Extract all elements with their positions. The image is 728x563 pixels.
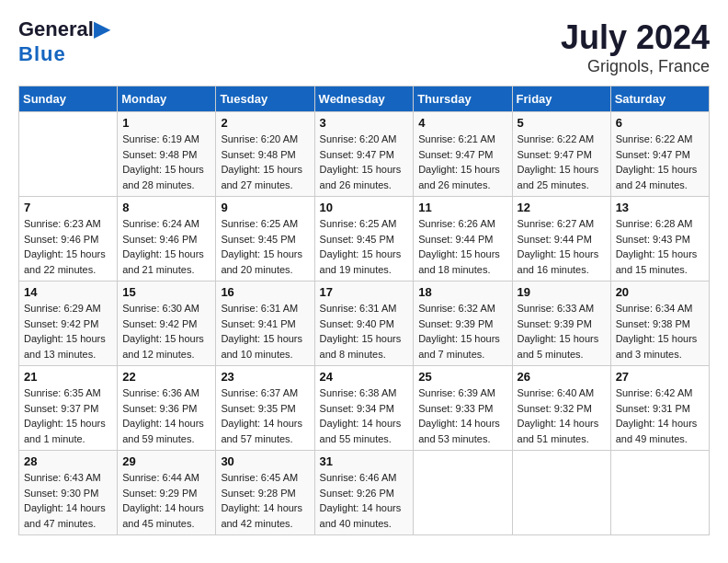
calendar-cell: 20Sunrise: 6:34 AMSunset: 9:38 PMDayligh… bbox=[610, 282, 709, 366]
calendar-cell: 6Sunrise: 6:22 AMSunset: 9:47 PMDaylight… bbox=[610, 112, 709, 197]
day-number: 6 bbox=[616, 116, 704, 130]
day-number: 30 bbox=[221, 454, 309, 468]
day-number: 10 bbox=[320, 201, 409, 214]
day-info: Sunrise: 6:19 AMSunset: 9:48 PMDaylight:… bbox=[122, 132, 210, 192]
calendar-cell: 17Sunrise: 6:31 AMSunset: 9:40 PMDayligh… bbox=[314, 282, 414, 366]
day-info: Sunrise: 6:34 AMSunset: 9:38 PMDaylight:… bbox=[616, 301, 704, 362]
calendar-cell: 14Sunrise: 6:29 AMSunset: 9:42 PMDayligh… bbox=[19, 282, 118, 366]
day-number: 21 bbox=[24, 370, 112, 384]
day-number: 4 bbox=[418, 116, 506, 130]
header-sunday: Sunday bbox=[19, 86, 118, 112]
calendar-cell: 23Sunrise: 6:37 AMSunset: 9:35 PMDayligh… bbox=[216, 366, 314, 451]
day-number: 15 bbox=[122, 285, 210, 299]
calendar-cell: 21Sunrise: 6:35 AMSunset: 9:37 PMDayligh… bbox=[19, 366, 118, 451]
calendar-cell: 4Sunrise: 6:21 AMSunset: 9:47 PMDaylight… bbox=[414, 112, 512, 197]
calendar-cell: 30Sunrise: 6:45 AMSunset: 9:28 PMDayligh… bbox=[216, 451, 314, 535]
day-number: 25 bbox=[418, 370, 506, 384]
calendar-cell: 7Sunrise: 6:23 AMSunset: 9:46 PMDaylight… bbox=[19, 197, 118, 282]
day-number: 22 bbox=[122, 370, 210, 384]
logo: General▶ Blue bbox=[18, 18, 109, 66]
day-info: Sunrise: 6:30 AMSunset: 9:42 PMDaylight:… bbox=[122, 301, 210, 362]
day-info: Sunrise: 6:24 AMSunset: 9:46 PMDaylight:… bbox=[122, 216, 210, 277]
week-row-5: 28Sunrise: 6:43 AMSunset: 9:30 PMDayligh… bbox=[19, 451, 710, 535]
calendar-cell: 15Sunrise: 6:30 AMSunset: 9:42 PMDayligh… bbox=[118, 282, 216, 366]
day-info: Sunrise: 6:20 AMSunset: 9:48 PMDaylight:… bbox=[221, 132, 309, 192]
calendar-subtitle: Grignols, France bbox=[561, 57, 710, 76]
week-row-1: 1Sunrise: 6:19 AMSunset: 9:48 PMDaylight… bbox=[19, 112, 710, 197]
day-info: Sunrise: 6:23 AMSunset: 9:46 PMDaylight:… bbox=[24, 216, 112, 277]
calendar-table: SundayMondayTuesdayWednesdayThursdayFrid… bbox=[18, 86, 710, 535]
calendar-cell: 1Sunrise: 6:19 AMSunset: 9:48 PMDaylight… bbox=[118, 112, 216, 197]
day-number: 26 bbox=[518, 370, 606, 384]
day-number: 23 bbox=[221, 370, 309, 384]
day-number: 12 bbox=[518, 201, 606, 214]
calendar-cell: 24Sunrise: 6:38 AMSunset: 9:34 PMDayligh… bbox=[314, 366, 414, 451]
calendar-cell: 19Sunrise: 6:33 AMSunset: 9:39 PMDayligh… bbox=[512, 282, 610, 366]
calendar-cell: 29Sunrise: 6:44 AMSunset: 9:29 PMDayligh… bbox=[118, 451, 216, 535]
day-number: 29 bbox=[122, 454, 210, 468]
day-info: Sunrise: 6:38 AMSunset: 9:34 PMDaylight:… bbox=[320, 385, 409, 446]
day-info: Sunrise: 6:20 AMSunset: 9:47 PMDaylight:… bbox=[320, 132, 409, 192]
day-info: Sunrise: 6:29 AMSunset: 9:42 PMDaylight:… bbox=[24, 301, 112, 362]
day-info: Sunrise: 6:31 AMSunset: 9:40 PMDaylight:… bbox=[320, 301, 409, 362]
header-friday: Friday bbox=[512, 86, 610, 112]
page-header: General▶ Blue July 2024 Grignols, France bbox=[18, 18, 710, 76]
calendar-cell bbox=[512, 451, 610, 535]
logo-blue: Blue bbox=[18, 42, 66, 66]
day-info: Sunrise: 6:31 AMSunset: 9:41 PMDaylight:… bbox=[221, 301, 309, 362]
day-info: Sunrise: 6:22 AMSunset: 9:47 PMDaylight:… bbox=[616, 132, 704, 192]
calendar-cell: 5Sunrise: 6:22 AMSunset: 9:47 PMDaylight… bbox=[512, 112, 610, 197]
calendar-cell: 13Sunrise: 6:28 AMSunset: 9:43 PMDayligh… bbox=[610, 197, 709, 282]
title-block: July 2024 Grignols, France bbox=[561, 18, 710, 76]
day-number: 31 bbox=[320, 454, 409, 468]
day-info: Sunrise: 6:45 AMSunset: 9:28 PMDaylight:… bbox=[221, 470, 309, 531]
week-row-4: 21Sunrise: 6:35 AMSunset: 9:37 PMDayligh… bbox=[19, 366, 710, 451]
day-number: 19 bbox=[518, 285, 606, 299]
day-info: Sunrise: 6:25 AMSunset: 9:45 PMDaylight:… bbox=[221, 216, 309, 277]
calendar-cell: 26Sunrise: 6:40 AMSunset: 9:32 PMDayligh… bbox=[512, 366, 610, 451]
header-saturday: Saturday bbox=[610, 86, 709, 112]
day-number: 1 bbox=[122, 116, 210, 130]
calendar-cell: 28Sunrise: 6:43 AMSunset: 9:30 PMDayligh… bbox=[19, 451, 118, 535]
calendar-cell bbox=[414, 451, 512, 535]
day-info: Sunrise: 6:21 AMSunset: 9:47 PMDaylight:… bbox=[418, 132, 506, 192]
day-info: Sunrise: 6:25 AMSunset: 9:45 PMDaylight:… bbox=[320, 216, 409, 277]
day-info: Sunrise: 6:39 AMSunset: 9:33 PMDaylight:… bbox=[418, 385, 506, 446]
calendar-cell: 16Sunrise: 6:31 AMSunset: 9:41 PMDayligh… bbox=[216, 282, 314, 366]
day-number: 24 bbox=[320, 370, 409, 384]
day-number: 28 bbox=[24, 454, 112, 468]
header-thursday: Thursday bbox=[414, 86, 512, 112]
calendar-title: July 2024 bbox=[561, 18, 710, 57]
week-row-3: 14Sunrise: 6:29 AMSunset: 9:42 PMDayligh… bbox=[19, 282, 710, 366]
calendar-cell bbox=[19, 112, 118, 197]
week-row-2: 7Sunrise: 6:23 AMSunset: 9:46 PMDaylight… bbox=[19, 197, 710, 282]
day-info: Sunrise: 6:43 AMSunset: 9:30 PMDaylight:… bbox=[24, 470, 112, 531]
calendar-cell: 25Sunrise: 6:39 AMSunset: 9:33 PMDayligh… bbox=[414, 366, 512, 451]
day-info: Sunrise: 6:33 AMSunset: 9:39 PMDaylight:… bbox=[518, 301, 606, 362]
calendar-cell: 11Sunrise: 6:26 AMSunset: 9:44 PMDayligh… bbox=[414, 197, 512, 282]
day-number: 7 bbox=[24, 201, 112, 214]
calendar-cell: 3Sunrise: 6:20 AMSunset: 9:47 PMDaylight… bbox=[314, 112, 414, 197]
day-info: Sunrise: 6:37 AMSunset: 9:35 PMDaylight:… bbox=[221, 385, 309, 446]
day-number: 20 bbox=[616, 285, 704, 299]
day-info: Sunrise: 6:32 AMSunset: 9:39 PMDaylight:… bbox=[418, 301, 506, 362]
day-number: 18 bbox=[418, 285, 506, 299]
day-number: 27 bbox=[616, 370, 704, 384]
day-number: 5 bbox=[518, 116, 606, 130]
logo-text: General▶ bbox=[18, 18, 109, 40]
calendar-cell: 12Sunrise: 6:27 AMSunset: 9:44 PMDayligh… bbox=[512, 197, 610, 282]
day-number: 8 bbox=[122, 201, 210, 214]
day-info: Sunrise: 6:26 AMSunset: 9:44 PMDaylight:… bbox=[418, 216, 506, 277]
calendar-cell: 9Sunrise: 6:25 AMSunset: 9:45 PMDaylight… bbox=[216, 197, 314, 282]
day-info: Sunrise: 6:44 AMSunset: 9:29 PMDaylight:… bbox=[122, 470, 210, 531]
calendar-cell: 18Sunrise: 6:32 AMSunset: 9:39 PMDayligh… bbox=[414, 282, 512, 366]
day-number: 3 bbox=[320, 116, 409, 130]
day-number: 14 bbox=[24, 285, 112, 299]
day-info: Sunrise: 6:27 AMSunset: 9:44 PMDaylight:… bbox=[518, 216, 606, 277]
day-info: Sunrise: 6:22 AMSunset: 9:47 PMDaylight:… bbox=[518, 132, 606, 192]
header-row: SundayMondayTuesdayWednesdayThursdayFrid… bbox=[19, 86, 710, 112]
calendar-cell: 10Sunrise: 6:25 AMSunset: 9:45 PMDayligh… bbox=[314, 197, 414, 282]
calendar-cell: 8Sunrise: 6:24 AMSunset: 9:46 PMDaylight… bbox=[118, 197, 216, 282]
day-number: 11 bbox=[418, 201, 506, 214]
day-info: Sunrise: 6:46 AMSunset: 9:26 PMDaylight:… bbox=[320, 470, 409, 531]
